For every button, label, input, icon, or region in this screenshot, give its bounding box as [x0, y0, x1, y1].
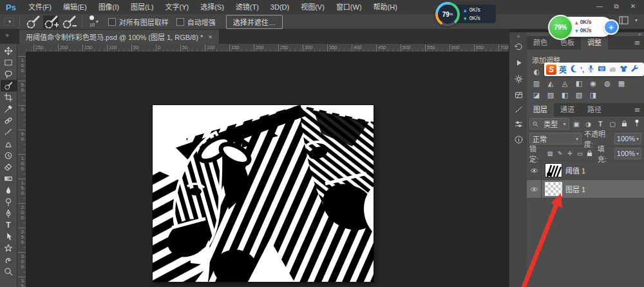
vertical-ruler[interactable]: 10050050100150200250300350 [17, 52, 26, 287]
rectangular-marquee-tool[interactable] [1, 57, 17, 68]
lock-image-pixels-icon[interactable]: ✎ [556, 150, 564, 157]
lock-all-icon[interactable] [586, 150, 594, 158]
zoom-tool[interactable] [1, 266, 17, 277]
tab-channels[interactable]: 通道 [554, 102, 581, 117]
dock-collapse-chevron[interactable]: « [509, 33, 527, 39]
menu-3d[interactable]: 3D(D) [265, 0, 295, 14]
menu-image[interactable]: 图像(I) [93, 0, 125, 14]
adjustment-hue-saturation-icon[interactable]: ◭ [545, 79, 556, 88]
layer-name[interactable]: 图层 1 [565, 184, 585, 194]
menu-filter[interactable]: 滤镜(T) [230, 0, 265, 14]
adjustment-gradient-map-icon[interactable]: ▧ [574, 90, 584, 100]
night-mode-icon[interactable] [569, 64, 578, 74]
type-tool[interactable]: T [1, 219, 17, 231]
minimize-button[interactable]: — [591, 0, 608, 13]
history-panel-icon[interactable] [511, 40, 526, 53]
select-and-mask-button[interactable]: 选择并遮住… [226, 15, 283, 29]
lock-artboard-icon[interactable]: ▭ [576, 150, 584, 157]
add-to-selection-mode-button[interactable] [43, 15, 59, 28]
eraser-tool[interactable] [1, 161, 17, 173]
move-tool[interactable] [1, 45, 17, 57]
tool-preset-picker[interactable]: ▾ [4, 17, 14, 26]
sample-all-layers-checkbox[interactable]: 对所有图层取样 [108, 17, 169, 27]
styles-panel-icon[interactable] [511, 72, 526, 85]
adjustment-invert-icon[interactable]: ◪ [531, 90, 542, 100]
crop-tool[interactable] [1, 92, 17, 103]
document-tab[interactable]: 用阈值命令制作彩色斑马.psd @ 100% (图层 1, RGB/8) * × [19, 30, 220, 44]
dodge-tool[interactable] [1, 196, 17, 208]
layer-name[interactable]: 阈值 1 [565, 165, 585, 175]
adjustment-black-white-icon[interactable]: ◧ [574, 79, 584, 88]
adjustment-brightness-contrast-icon[interactable]: ◐ [531, 67, 542, 77]
menu-edit[interactable]: 编辑(E) [57, 0, 93, 14]
menu-select[interactable]: 选择(S) [194, 0, 230, 14]
adjustment-channel-mixer-icon[interactable]: ◍ [602, 79, 612, 88]
accelerator-ball[interactable]: ▲0K/s ▼0K/s 79% + [548, 16, 620, 37]
usage-circle[interactable]: 79% [548, 15, 573, 40]
new-selection-mode-button[interactable] [25, 15, 41, 28]
pen-tool[interactable] [1, 208, 17, 219]
checkbox-box[interactable] [108, 18, 116, 26]
adjustment-selective-color-icon[interactable]: ◨ [588, 90, 598, 100]
lock-transparent-pixels-icon[interactable]: ▨ [546, 150, 554, 157]
voice-input-icon[interactable] [587, 64, 595, 74]
tab-layers[interactable]: 图层 [527, 102, 554, 117]
adjustment-color-balance-icon[interactable]: ◬ [560, 79, 570, 88]
spot-healing-brush-tool[interactable] [1, 115, 17, 126]
keyboard-icon[interactable] [598, 64, 606, 74]
layer-row-threshold[interactable]: 阈值 1 [527, 161, 644, 180]
layer-visibility-toggle[interactable] [527, 180, 542, 198]
subtract-from-selection-mode-button[interactable] [61, 15, 77, 28]
path-selection-tool[interactable] [1, 231, 17, 242]
adjustment-vibrance-icon[interactable]: ▥ [531, 79, 542, 88]
opacity-field[interactable]: 100% ▾ [614, 133, 641, 144]
filtering-toggle-icon[interactable] [632, 119, 641, 128]
brush-tool[interactable] [1, 126, 17, 138]
speed-gauge-dark[interactable]: ▲0K/s ▼0K/s 79% [435, 1, 513, 27]
menu-view[interactable]: 视图(V) [295, 0, 330, 14]
gradient-tool[interactable] [1, 173, 17, 184]
panel-menu-icon[interactable]: ≡ [634, 106, 640, 114]
layer-thumbnail[interactable] [545, 164, 562, 177]
layer-visibility-toggle[interactable] [527, 161, 542, 179]
adjustment-photo-filter-icon[interactable]: ◉ [588, 79, 598, 88]
fill-field[interactable]: 100% ▾ [614, 148, 641, 159]
tools-collapse-chevron[interactable]: » [5, 32, 9, 39]
menu-help[interactable]: 帮助(H) [368, 0, 403, 14]
eyedropper-tool[interactable] [1, 103, 17, 115]
actions-panel-icon[interactable] [511, 56, 526, 69]
brush-size-picker[interactable]: 10 ▾ [88, 15, 100, 28]
menu-layer[interactable]: 图层(L) [125, 0, 159, 14]
tab-paths[interactable]: 路径 [581, 102, 608, 117]
blur-tool[interactable] [1, 184, 17, 196]
tab-close-icon[interactable]: × [208, 33, 212, 41]
toolbox-icon[interactable] [630, 64, 639, 74]
clone-stamp-tool[interactable] [1, 138, 17, 150]
close-button[interactable]: ✕ [625, 0, 641, 13]
properties-panel-icon[interactable] [511, 88, 526, 101]
lasso-tool[interactable] [1, 68, 17, 80]
info-panel-icon[interactable] [511, 133, 526, 146]
layer-thumbnail[interactable] [545, 183, 562, 195]
handwriting-icon[interactable] [609, 64, 617, 74]
language-mode-toggle[interactable]: 英 [559, 64, 567, 75]
checkbox-box[interactable] [176, 18, 184, 26]
brushes-panel-icon[interactable] [511, 103, 526, 116]
boost-plus-button[interactable]: + [603, 19, 619, 35]
memory-usage-ring[interactable]: 79% [435, 2, 460, 26]
panel-menu-icon[interactable]: ≡ [634, 39, 640, 47]
filter-kind-dropdown[interactable]: 类型 ▾ [529, 118, 569, 130]
menu-type[interactable]: 文字(Y) [159, 0, 194, 14]
skin-icon[interactable] [620, 64, 628, 74]
canvas[interactable] [153, 105, 374, 282]
history-brush-tool[interactable] [1, 150, 17, 161]
layer-row-layer1[interactable]: 图层 1 [527, 180, 644, 199]
menu-file[interactable]: 文件(F) [23, 0, 57, 14]
filter-by-image-icon[interactable]: ▣ [572, 121, 582, 128]
auto-enhance-checkbox[interactable]: 自动增强 [176, 17, 216, 27]
filter-by-shape-icon[interactable]: ▢ [608, 121, 618, 128]
menu-window[interactable]: 窗口(W) [330, 0, 368, 14]
punctuation-toggle[interactable]: ’, [580, 66, 584, 74]
adjustment-color-lookup-icon[interactable]: ▦ [616, 79, 627, 88]
restore-button[interactable]: ⧉ [608, 0, 625, 13]
